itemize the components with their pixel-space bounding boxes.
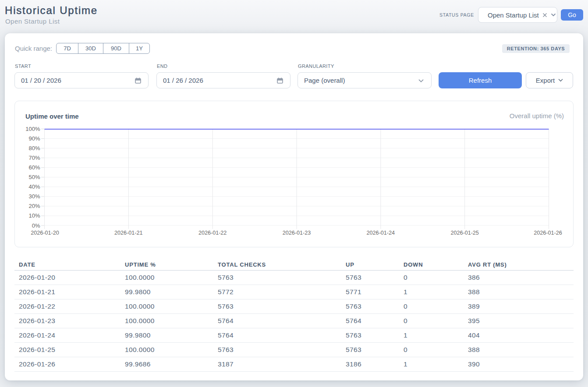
svg-text:80%: 80% [28, 145, 40, 151]
svg-text:60%: 60% [28, 164, 40, 171]
svg-text:10%: 10% [28, 212, 40, 219]
svg-text:2026-01-24: 2026-01-24 [367, 230, 395, 236]
svg-text:0%: 0% [32, 222, 40, 229]
svg-text:100%: 100% [25, 126, 40, 132]
svg-text:40%: 40% [28, 183, 40, 190]
svg-text:2026-01-23: 2026-01-23 [283, 230, 311, 236]
svg-text:50%: 50% [28, 174, 40, 180]
svg-text:2026-01-25: 2026-01-25 [450, 230, 478, 236]
svg-text:90%: 90% [28, 135, 40, 142]
svg-text:2026-01-26: 2026-01-26 [534, 230, 562, 236]
svg-text:2026-01-20: 2026-01-20 [31, 230, 59, 236]
svg-text:2026-01-22: 2026-01-22 [198, 230, 227, 236]
svg-text:20%: 20% [28, 203, 40, 209]
svg-text:2026-01-21: 2026-01-21 [114, 230, 142, 236]
svg-text:70%: 70% [28, 155, 40, 161]
svg-text:30%: 30% [28, 193, 40, 200]
